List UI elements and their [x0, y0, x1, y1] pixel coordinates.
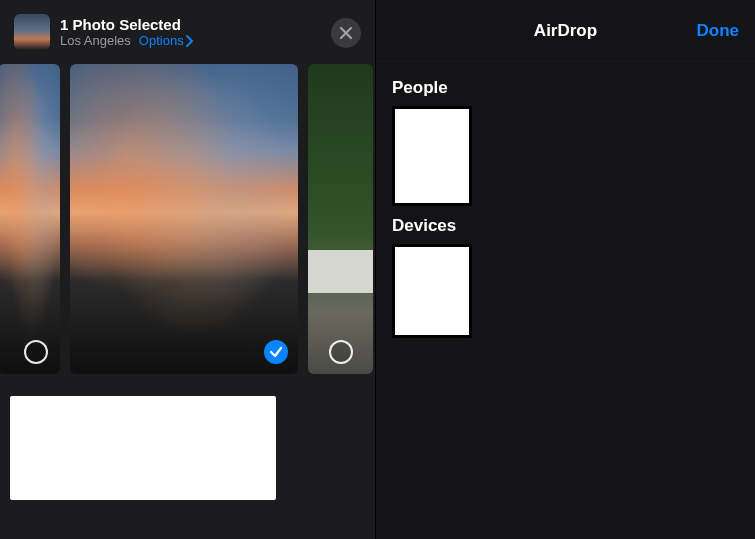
done-button[interactable]: Done	[697, 21, 740, 41]
selection-ring-unselected-icon[interactable]	[24, 340, 48, 364]
close-button[interactable]	[331, 18, 361, 48]
share-sheet-panel: 1 Photo Selected Los Angeles Options	[0, 0, 375, 539]
selection-ring-unselected-icon[interactable]	[329, 340, 353, 364]
photo-item[interactable]	[0, 64, 60, 374]
share-targets-row	[0, 396, 375, 500]
share-title: 1 Photo Selected	[60, 16, 194, 33]
airdrop-body: People Devices	[376, 62, 755, 354]
airdrop-person-placeholder[interactable]	[392, 106, 472, 206]
share-header-text: 1 Photo Selected Los Angeles Options	[60, 16, 194, 48]
options-link[interactable]: Options	[139, 33, 194, 48]
photo-item[interactable]	[308, 64, 373, 374]
share-subtitle: Los Angeles Options	[60, 33, 194, 48]
share-header: 1 Photo Selected Los Angeles Options	[0, 0, 375, 60]
airdrop-header: AirDrop Done	[376, 0, 755, 62]
chevron-right-icon	[186, 35, 194, 47]
share-target-placeholder[interactable]	[10, 396, 276, 500]
selected-photo-thumbnail[interactable]	[14, 14, 50, 50]
photo-carousel[interactable]	[0, 64, 375, 374]
photo-item[interactable]	[70, 64, 298, 374]
options-label: Options	[139, 33, 184, 48]
airdrop-device-placeholder[interactable]	[392, 244, 472, 338]
people-section-label: People	[392, 78, 739, 98]
selection-checkmark-icon[interactable]	[264, 340, 288, 364]
airdrop-title: AirDrop	[534, 21, 597, 41]
devices-section-label: Devices	[392, 216, 739, 236]
close-icon	[339, 26, 353, 40]
share-location: Los Angeles	[60, 33, 131, 48]
airdrop-panel: AirDrop Done People Devices	[375, 0, 755, 539]
